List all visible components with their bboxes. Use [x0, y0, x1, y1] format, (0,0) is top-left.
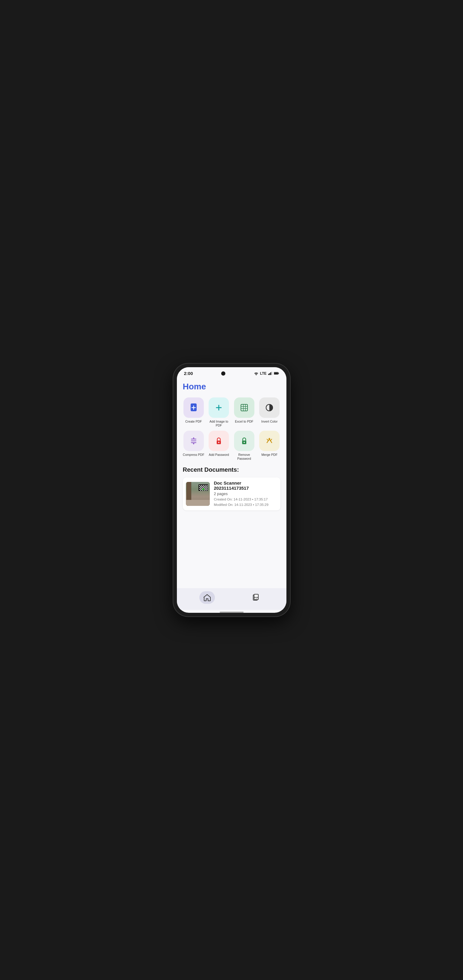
merge-icon: [265, 436, 274, 445]
tool-add-image[interactable]: Add Image to PDF: [208, 398, 230, 427]
tool-add-password[interactable]: Add Password: [208, 431, 230, 460]
compress-icon: [189, 436, 198, 445]
remove-password-icon-wrap: [234, 431, 254, 451]
create-pdf-icon-wrap: [184, 398, 204, 418]
add-password-icon-wrap: [209, 431, 229, 451]
pdf-files-nav-icon: PDF: [252, 594, 260, 601]
doc-pages: 2 pages: [214, 492, 277, 496]
doc-created: Created On: 14-11-2023 • 17:35:17 Modifi…: [214, 497, 277, 508]
tool-create-pdf[interactable]: Create PDF: [183, 398, 205, 427]
signal-icon: [268, 371, 272, 375]
tool-excel-to-pdf[interactable]: Excel to PDF: [233, 398, 255, 427]
remove-password-label: Remove Password: [233, 453, 255, 460]
add-image-label: Add Image to PDF: [208, 420, 230, 427]
invert-icon: [265, 403, 274, 412]
merge-pdf-label: Merge PDF: [261, 453, 277, 457]
lte-indicator: LTE: [260, 371, 267, 375]
doc-thumbnail-bg: [186, 482, 210, 506]
tool-merge-pdf[interactable]: Merge PDF: [258, 431, 281, 460]
svg-rect-1: [269, 373, 270, 375]
create-pdf-label: Create PDF: [185, 420, 202, 423]
svg-text:PDF: PDF: [254, 597, 258, 599]
svg-rect-3: [271, 372, 272, 375]
home-nav-icon: [203, 594, 211, 601]
doc-info: Doc Scanner 20231114173517 2 pages Creat…: [214, 480, 277, 508]
home-gesture-bar: [220, 612, 244, 613]
nav-pdf-files[interactable]: PDF: [248, 591, 264, 604]
remove-password-icon: [239, 436, 249, 445]
recent-section-title: Recent Documents:: [183, 466, 281, 473]
add-password-icon: [214, 436, 224, 445]
create-pdf-icon: [189, 403, 198, 412]
excel-icon: [239, 403, 249, 412]
svg-rect-2: [270, 372, 271, 375]
svg-rect-11: [241, 404, 247, 411]
front-camera: [221, 371, 225, 375]
svg-rect-5: [278, 373, 279, 374]
svg-rect-6: [274, 372, 278, 374]
bottom-nav: PDF: [177, 588, 286, 610]
tools-grid: Create PDF Add Image to PDF: [183, 398, 281, 460]
excel-icon-wrap: [234, 398, 254, 418]
compress-icon-wrap: [184, 431, 204, 451]
svg-point-22: [218, 442, 219, 443]
wifi-icon: [254, 371, 258, 375]
svg-rect-0: [268, 374, 269, 375]
phone-frame: 2:00 LTE: [173, 364, 290, 616]
merge-icon-wrap: [259, 431, 279, 451]
compress-pdf-label: Compress PDF: [183, 453, 205, 457]
invert-icon-wrap: [259, 398, 279, 418]
svg-point-24: [244, 442, 245, 443]
page-title: Home: [183, 382, 281, 391]
status-bar: 2:00 LTE: [177, 367, 286, 377]
add-password-label: Add Password: [209, 453, 229, 457]
invert-color-label: Invert Color: [261, 420, 277, 423]
add-image-icon: [214, 403, 224, 412]
tool-invert-color[interactable]: Invert Color: [258, 398, 281, 427]
battery-icon: [274, 371, 279, 375]
status-time: 2:00: [184, 371, 193, 376]
tool-compress-pdf[interactable]: Compress PDF: [183, 431, 205, 460]
doc-name: Doc Scanner 20231114173517: [214, 480, 277, 491]
phone-screen: 2:00 LTE: [177, 367, 286, 613]
status-icons: LTE: [254, 371, 279, 375]
main-content: Home Create PDF: [177, 377, 286, 588]
excel-to-pdf-label: Excel to PDF: [235, 420, 253, 423]
nav-home[interactable]: [199, 591, 215, 604]
doc-thumbnail: [186, 482, 210, 506]
add-image-icon-wrap: [209, 398, 229, 418]
doc-card[interactable]: Doc Scanner 20231114173517 2 pages Creat…: [183, 477, 281, 511]
tool-remove-password[interactable]: Remove Password: [233, 431, 255, 460]
